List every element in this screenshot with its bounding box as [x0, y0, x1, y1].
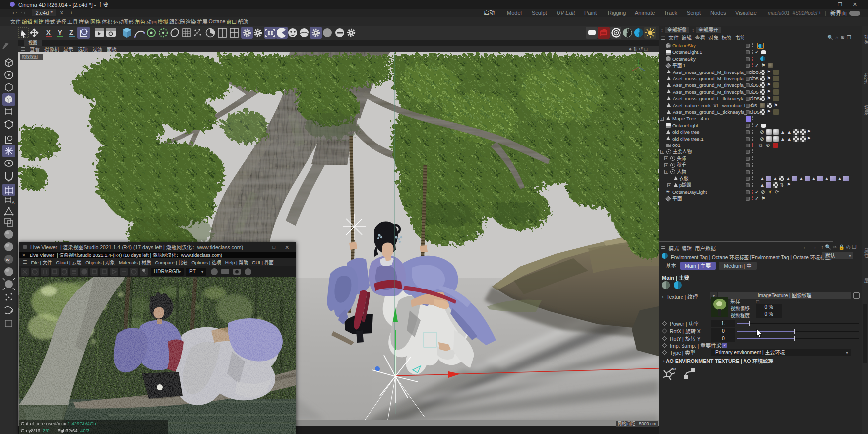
svg-text:MAP: MAP: [671, 368, 677, 371]
svg-text:HDR/sRGB: HDR/sRGB: [154, 269, 179, 274]
svg-text:Y: Y: [58, 29, 62, 36]
svg-text:W: W: [6, 258, 10, 262]
svg-text:X: X: [46, 29, 51, 36]
svg-text:A: A: [12, 200, 15, 205]
svg-text:Z: Z: [69, 29, 73, 36]
svg-text:▾: ▾: [201, 270, 203, 274]
svg-text:PT: PT: [189, 269, 196, 274]
svg-text:▾: ▾: [179, 270, 181, 274]
svg-text:透视视图: 透视视图: [22, 54, 38, 59]
